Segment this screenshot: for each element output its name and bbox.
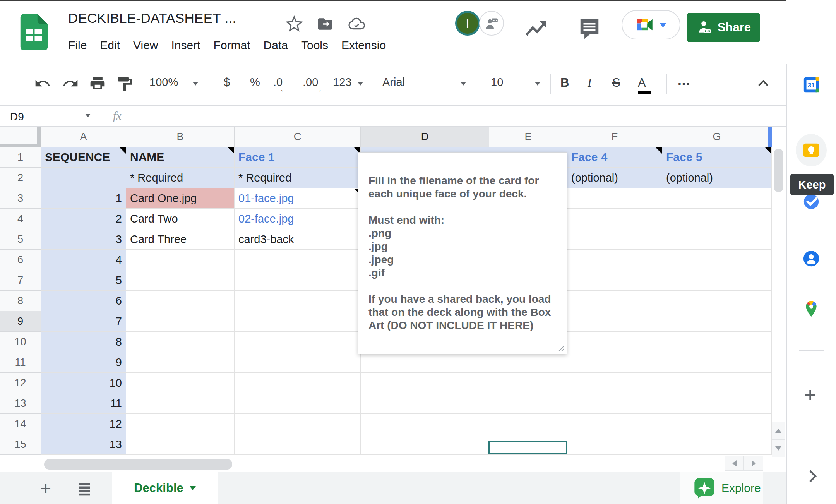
horizontal-scrollbar-thumb[interactable] (44, 459, 232, 470)
cell-G9[interactable] (662, 311, 772, 332)
cell-G2[interactable]: (optional) (662, 168, 772, 188)
row-header-1[interactable]: 1 (0, 147, 41, 168)
cell-A8[interactable]: 6 (41, 291, 126, 311)
cell-G3[interactable] (662, 188, 772, 209)
cell-F1[interactable]: Face 4 (567, 147, 662, 168)
cell-C11[interactable] (235, 352, 361, 373)
cell-A2[interactable] (41, 168, 126, 188)
scroll-left-button[interactable] (725, 456, 744, 471)
cell-G5[interactable] (662, 229, 772, 250)
sheet-tab-deckible[interactable]: Deckible (112, 472, 218, 504)
cell-E14[interactable] (489, 414, 567, 434)
cell-B4[interactable]: Card Two (126, 209, 235, 229)
cell-B2[interactable]: * Required (126, 168, 235, 188)
contacts-icon[interactable] (802, 250, 820, 267)
cell-F4[interactable] (567, 209, 662, 229)
note-resize-handle[interactable] (557, 345, 564, 351)
cell-E11[interactable] (489, 352, 567, 373)
cell-G7[interactable] (662, 270, 772, 291)
cell-C15[interactable] (235, 434, 361, 455)
cell-E12[interactable] (489, 373, 567, 393)
cell-B6[interactable] (126, 250, 235, 270)
add-sheet-button[interactable]: + (40, 478, 51, 499)
cell-A11[interactable]: 9 (41, 352, 126, 373)
cell-C4[interactable]: 02-face.jpg (235, 209, 361, 229)
cell-B8[interactable] (126, 291, 235, 311)
cell-G4[interactable] (662, 209, 772, 229)
cell-G13[interactable] (662, 393, 772, 414)
cell-B14[interactable] (126, 414, 235, 434)
get-add-ons-button[interactable]: + (804, 383, 816, 406)
cell-B5[interactable]: Card Three (126, 229, 235, 250)
cell-F10[interactable] (567, 332, 662, 352)
column-header-D[interactable]: D (361, 127, 489, 147)
cell-B9[interactable] (126, 311, 235, 332)
explore-button[interactable]: Explore (680, 472, 763, 504)
row-header-15[interactable]: 15 (0, 434, 41, 455)
cell-A9[interactable]: 7 (41, 311, 126, 332)
cell-A5[interactable]: 3 (41, 229, 126, 250)
row-header-13[interactable]: 13 (0, 393, 41, 414)
row-header-4[interactable]: 4 (0, 209, 41, 229)
cell-D14[interactable] (361, 414, 489, 434)
row-header-14[interactable]: 14 (0, 414, 41, 434)
cell-A4[interactable]: 2 (41, 209, 126, 229)
cell-C1[interactable]: Face 1 (235, 147, 361, 168)
cell-A3[interactable]: 1 (41, 188, 126, 209)
cell-B10[interactable] (126, 332, 235, 352)
row-header-8[interactable]: 8 (0, 291, 41, 311)
row-header-9[interactable]: 9 (0, 311, 41, 332)
cell-A1[interactable]: SEQUENCE (41, 147, 126, 168)
cell-G15[interactable] (662, 434, 772, 455)
cell-F2[interactable]: (optional) (567, 168, 662, 188)
column-header-C[interactable]: C (235, 127, 361, 147)
cell-D15[interactable] (361, 434, 489, 455)
cell-B13[interactable] (126, 393, 235, 414)
cell-F3[interactable] (567, 188, 662, 209)
hide-side-panel-button[interactable] (805, 467, 820, 487)
cell-A7[interactable]: 5 (41, 270, 126, 291)
column-header-F[interactable]: F (567, 127, 662, 147)
cell-F8[interactable] (567, 291, 662, 311)
cell-B11[interactable] (126, 352, 235, 373)
cell-C13[interactable] (235, 393, 361, 414)
cell-C2[interactable]: * Required (235, 168, 361, 188)
column-header-A[interactable]: A (41, 127, 126, 147)
scroll-up-button[interactable] (772, 422, 785, 439)
cell-F12[interactable] (567, 373, 662, 393)
row-header-6[interactable]: 6 (0, 250, 41, 270)
cell-C5[interactable]: card3-back (235, 229, 361, 250)
cell-F7[interactable] (567, 270, 662, 291)
column-header-G[interactable]: G (662, 127, 772, 147)
all-sheets-button[interactable] (76, 480, 93, 499)
cell-A12[interactable]: 10 (41, 373, 126, 393)
cell-D11[interactable] (361, 352, 489, 373)
cell-B7[interactable] (126, 270, 235, 291)
column-header-B[interactable]: B (126, 127, 235, 147)
cell-G11[interactable] (662, 352, 772, 373)
maps-icon[interactable] (802, 300, 820, 318)
cell-B1[interactable]: NAME (126, 147, 235, 168)
cell-A15[interactable]: 13 (41, 434, 126, 455)
cell-F11[interactable] (567, 352, 662, 373)
cell-G1[interactable]: Face 5 (662, 147, 772, 168)
cell-G10[interactable] (662, 332, 772, 352)
cell-D12[interactable] (361, 373, 489, 393)
scroll-down-button[interactable] (772, 439, 785, 457)
row-header-12[interactable]: 12 (0, 373, 41, 393)
cell-A10[interactable]: 8 (41, 332, 126, 352)
cell-D13[interactable] (361, 393, 489, 414)
cell-G6[interactable] (662, 250, 772, 270)
cell-B15[interactable] (126, 434, 235, 455)
cell-A14[interactable]: 12 (41, 414, 126, 434)
cell-E13[interactable] (489, 393, 567, 414)
vertical-scrollbar-thumb[interactable] (774, 149, 783, 192)
cell-F13[interactable] (567, 393, 662, 414)
cell-C3[interactable]: 01-face.jpg (235, 188, 361, 209)
cell-B3[interactable]: Card One.jpg (126, 188, 235, 209)
keep-icon[interactable] (802, 141, 820, 159)
scroll-right-button[interactable] (744, 456, 763, 471)
cell-F5[interactable] (567, 229, 662, 250)
cell-C7[interactable] (235, 270, 361, 291)
row-header-2[interactable]: 2 (0, 168, 41, 188)
